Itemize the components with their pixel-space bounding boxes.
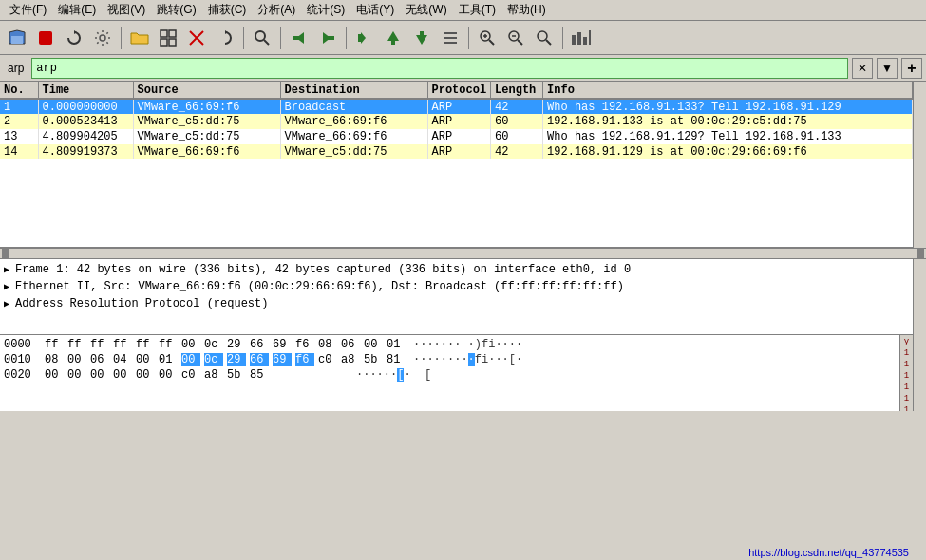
menu-help[interactable]: 帮助(H) xyxy=(501,1,552,19)
table-row[interactable]: 134.809904205VMware_c5:dd:75VMware_66:69… xyxy=(0,129,913,144)
menu-view[interactable]: 视图(V) xyxy=(102,1,151,19)
back-button[interactable] xyxy=(286,25,312,51)
hex-byte[interactable]: 69 xyxy=(273,338,292,351)
hex-byte[interactable]: 00 xyxy=(45,368,64,382)
hex-byte[interactable]: 00 xyxy=(364,338,383,351)
hex-byte[interactable]: 81 xyxy=(387,353,406,366)
grid-button[interactable] xyxy=(155,25,181,51)
hex-byte[interactable]: ff xyxy=(90,338,109,351)
filter-input[interactable] xyxy=(31,58,848,79)
horizontal-scrollbar[interactable] xyxy=(0,248,926,259)
hex-byte[interactable]: 04 xyxy=(113,353,132,366)
filter-clear-button[interactable]: ✕ xyxy=(852,58,873,79)
col-header-destination[interactable]: Destination xyxy=(280,82,427,99)
hex-byte[interactable]: 00 xyxy=(136,353,155,366)
hex-byte[interactable]: ff xyxy=(113,338,132,351)
hex-byte[interactable]: 00 xyxy=(67,353,86,366)
jump-down-button[interactable] xyxy=(408,25,435,51)
col-header-protocol[interactable]: Protocol xyxy=(427,82,491,99)
hex-byte[interactable]: 29 xyxy=(227,338,246,351)
hex-byte[interactable]: 00 xyxy=(113,368,132,382)
hex-byte[interactable]: 29 xyxy=(227,353,246,366)
menu-go[interactable]: 跳转(G) xyxy=(151,1,201,19)
menu-stats[interactable]: 统计(S) xyxy=(301,1,350,19)
col-header-length[interactable]: Length xyxy=(491,82,543,99)
cell-length: 60 xyxy=(491,114,543,129)
reload-button[interactable] xyxy=(61,25,87,51)
hex-byte[interactable]: 06 xyxy=(341,338,360,351)
table-row[interactable]: 20.000523413VMware_c5:dd:75VMware_66:69:… xyxy=(0,114,913,129)
col-header-info[interactable]: Info xyxy=(543,82,913,99)
refresh-button[interactable] xyxy=(212,25,238,51)
hex-byte[interactable]: 00 xyxy=(181,353,200,366)
hex-byte[interactable]: 0c xyxy=(204,338,223,351)
hex-byte[interactable]: a8 xyxy=(341,353,360,366)
packet-detail-scrollbar[interactable] xyxy=(913,259,926,335)
hex-byte[interactable]: f6 xyxy=(295,353,314,366)
cell-time: 4.809904205 xyxy=(38,129,133,144)
hex-byte[interactable]: ff xyxy=(67,338,86,351)
hex-byte[interactable]: c0 xyxy=(181,368,200,382)
hex-byte[interactable]: 08 xyxy=(318,338,337,351)
table-row[interactable]: 144.809919373VMware_66:69:f6VMware_c5:dd… xyxy=(0,144,913,159)
menu-file[interactable]: 文件(F) xyxy=(4,1,52,19)
hex-byte[interactable]: 69 xyxy=(273,353,292,366)
hex-byte[interactable]: 5b xyxy=(364,353,383,366)
hex-byte[interactable]: 5b xyxy=(227,368,246,382)
detail-expand-icon[interactable]: ▶ xyxy=(4,298,15,309)
zoom-in-button[interactable] xyxy=(474,25,501,51)
hex-byte[interactable]: ff xyxy=(159,338,178,351)
zoom-out-button[interactable] xyxy=(502,25,529,51)
packet-list-scrollbar[interactable] xyxy=(913,82,926,248)
packet-list[interactable]: No. Time Source Destination Protocol Len… xyxy=(0,82,913,248)
hex-byte[interactable]: 00 xyxy=(90,368,109,382)
stop-button[interactable] xyxy=(32,25,59,51)
jump-left-button[interactable] xyxy=(351,25,378,51)
hex-byte[interactable]: 66 xyxy=(250,338,269,351)
hex-scrollbar[interactable] xyxy=(913,335,926,411)
hex-byte[interactable]: 00 xyxy=(136,368,155,382)
zoom-reset-button[interactable] xyxy=(531,25,557,51)
list-button[interactable] xyxy=(437,25,463,51)
forward-button[interactable] xyxy=(314,25,341,51)
hex-byte[interactable]: 0c xyxy=(204,353,223,366)
hex-byte[interactable]: 00 xyxy=(159,368,178,382)
hex-byte[interactable]: c0 xyxy=(318,353,337,366)
search-button[interactable] xyxy=(249,25,275,51)
hex-byte[interactable]: 66 xyxy=(250,353,269,366)
svg-rect-8 xyxy=(169,39,176,46)
hex-byte[interactable]: ff xyxy=(45,338,64,351)
jump-up-button[interactable] xyxy=(380,25,406,51)
table-row[interactable]: 10.000000000VMware_66:69:f6BroadcastARP4… xyxy=(0,99,913,114)
hex-byte[interactable]: 00 xyxy=(67,368,86,382)
detail-expand-icon[interactable]: ▶ xyxy=(4,264,15,275)
hex-byte[interactable]: ff xyxy=(136,338,155,351)
folder-button[interactable] xyxy=(126,25,153,51)
open-file-button[interactable] xyxy=(4,25,30,51)
col-header-source[interactable]: Source xyxy=(133,82,280,99)
hex-byte[interactable]: 85 xyxy=(250,368,269,382)
menu-edit[interactable]: 编辑(E) xyxy=(52,1,102,19)
menu-wireless[interactable]: 无线(W) xyxy=(400,1,452,19)
filter-dropdown-button[interactable]: ▼ xyxy=(877,58,898,79)
col-header-time[interactable]: Time xyxy=(38,82,133,99)
menu-capture[interactable]: 捕获(C) xyxy=(202,1,253,19)
hex-byte[interactable]: a8 xyxy=(204,368,223,382)
hex-byte[interactable]: f6 xyxy=(295,338,314,351)
menu-tools[interactable]: 工具(T) xyxy=(453,1,501,19)
hex-byte[interactable]: 08 xyxy=(45,353,64,366)
hex-byte[interactable]: 01 xyxy=(159,353,178,366)
detail-row[interactable]: ▶Ethernet II, Src: VMware_66:69:f6 (00:0… xyxy=(0,278,913,295)
hex-byte[interactable]: 00 xyxy=(181,338,200,351)
menu-analyze[interactable]: 分析(A) xyxy=(252,1,301,19)
settings-button[interactable] xyxy=(89,25,116,51)
chart-button[interactable] xyxy=(568,25,595,51)
filter-add-button[interactable]: + xyxy=(901,58,922,79)
cancel-button[interactable] xyxy=(183,25,210,51)
detail-row[interactable]: ▶Address Resolution Protocol (request) xyxy=(0,295,913,312)
hex-byte[interactable]: 06 xyxy=(90,353,109,366)
detail-expand-icon[interactable]: ▶ xyxy=(4,281,15,292)
detail-row[interactable]: ▶Frame 1: 42 bytes on wire (336 bits), 4… xyxy=(0,261,913,278)
menu-phone[interactable]: 电话(Y) xyxy=(350,1,400,19)
hex-byte[interactable]: 01 xyxy=(387,338,406,351)
